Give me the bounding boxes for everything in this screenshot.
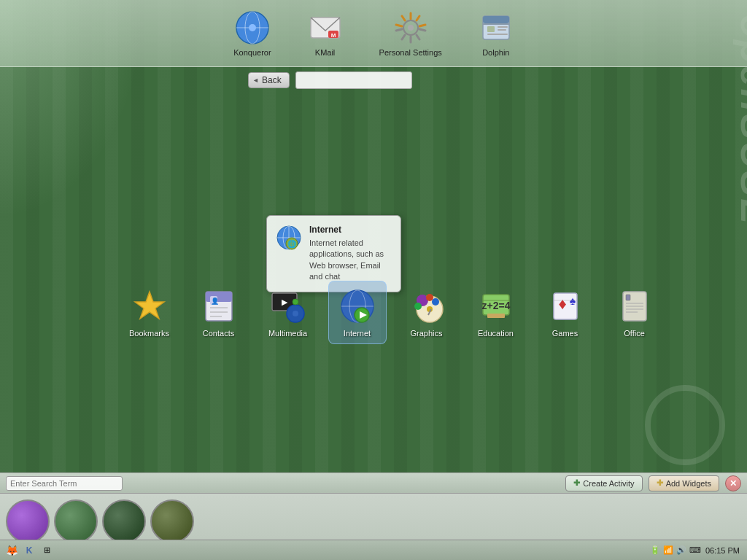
top-launcher-panel: KonquerorMKMailPersonal SettingsDolphin	[0, 0, 747, 67]
svg-rect-34	[206, 292, 232, 302]
app-item-games[interactable]: ♦♠Games	[536, 281, 595, 343]
tooltip-description: Internet related applications, such as W…	[309, 238, 392, 283]
launcher-app-icon-dolphin	[479, 10, 514, 45]
svg-point-54	[432, 298, 439, 306]
svg-point-11	[408, 25, 414, 31]
svg-text:M: M	[330, 32, 336, 39]
launcher-app-label-dolphin: Dolphin	[482, 48, 509, 57]
taskbar: 🦊 K ⊞ 🔋 📶 🔊 ⌨ 06:15 PM	[0, 540, 747, 560]
battery-icon: 🔋	[650, 545, 660, 555]
app-switcher-button[interactable]: ⊞	[38, 542, 55, 559]
app-label-games: Games	[552, 329, 578, 338]
app-switcher-icon: ⊞	[44, 545, 50, 555]
app-icon-multimedia: ▶	[269, 287, 307, 325]
back-button[interactable]: Back	[248, 72, 290, 88]
app-label-bookmarks: Bookmarks	[129, 329, 169, 338]
svg-text:👤: 👤	[210, 297, 219, 306]
app-label-education: Education	[478, 329, 514, 338]
svg-line-8	[417, 16, 419, 20]
activity-circle-new-activity-2	[150, 499, 194, 543]
app-label-internet: Internet	[344, 329, 371, 338]
create-activity-label: Create Activity	[583, 479, 634, 488]
desktop: openSUSE KonquerorMKMailPersonal Setting…	[0, 0, 747, 560]
create-activity-button[interactable]: ✚ Create Activity	[565, 475, 642, 491]
svg-text:♦: ♦	[558, 295, 566, 313]
launcher-app-label-personal-settings: Personal Settings	[379, 48, 442, 57]
svg-point-3	[249, 24, 256, 31]
launcher-app-icon-personal-settings	[393, 10, 428, 45]
svg-rect-24	[498, 29, 506, 31]
app-icon-contacts: 👤	[200, 287, 238, 325]
add-widgets-plus-icon: ✚	[657, 478, 663, 488]
close-panel-button[interactable]: ✕	[725, 475, 741, 491]
svg-rect-67	[626, 295, 630, 300]
svg-line-18	[396, 29, 402, 31]
app-label-contacts: Contacts	[203, 329, 234, 338]
svg-line-17	[419, 29, 425, 31]
app-item-graphics[interactable]: Graphics	[398, 281, 456, 343]
svg-line-12	[396, 25, 402, 26]
tooltip-title: Internet	[309, 225, 392, 235]
kde-icon: K	[26, 545, 33, 556]
network-icon: 📶	[663, 545, 673, 555]
launcher-app-icon-kmail: M	[308, 10, 343, 45]
svg-rect-20	[483, 16, 509, 23]
svg-text:♠: ♠	[569, 295, 576, 307]
system-tray: 🔋 📶 🔊 ⌨	[650, 545, 701, 555]
bottom-toolbar: ✚ Create Activity ✚ Add Widgets ✕	[0, 473, 747, 494]
app-label-multimedia: Multimedia	[268, 329, 307, 338]
svg-point-44	[293, 299, 298, 305]
svg-line-16	[402, 35, 405, 39]
svg-text:▶: ▶	[282, 298, 288, 306]
launcher-app-personal-settings[interactable]: Personal Settings	[376, 7, 446, 61]
firefox-icon: 🦊	[6, 545, 18, 556]
app-grid: Bookmarks👤Contacts▶MultimediaInternetGra…	[73, 281, 711, 344]
activity-circle-new-activity-1	[102, 499, 146, 543]
svg-rect-61	[487, 314, 505, 318]
launcher-app-dolphin[interactable]: Dolphin	[475, 7, 517, 61]
search-term-input[interactable]	[6, 476, 123, 491]
app-item-office[interactable]: Office	[605, 281, 664, 343]
add-widgets-button[interactable]: ✚ Add Widgets	[649, 475, 719, 491]
svg-line-13	[402, 16, 405, 20]
svg-marker-32	[135, 292, 164, 319]
svg-line-15	[417, 35, 419, 39]
kde-menu-button[interactable]: K	[20, 542, 38, 559]
firefox-button[interactable]: 🦊	[3, 542, 20, 559]
activity-circle-mail	[54, 499, 98, 543]
create-activity-plus-icon: ✚	[573, 478, 580, 488]
svg-line-9	[419, 25, 425, 26]
svg-rect-22	[487, 26, 495, 32]
app-item-multimedia[interactable]: ▶Multimedia	[259, 281, 317, 343]
app-item-bookmarks[interactable]: Bookmarks	[120, 281, 179, 343]
add-widgets-label: Add Widgets	[666, 479, 711, 488]
svg-point-53	[426, 294, 433, 301]
app-icon-graphics	[408, 287, 446, 325]
app-label-graphics: Graphics	[410, 329, 442, 338]
svg-text:🌐: 🌐	[287, 239, 297, 249]
app-icon-education: z+2=4	[477, 287, 515, 325]
app-icon-games: ♦♠	[546, 287, 584, 325]
svg-point-55	[414, 303, 422, 310]
app-item-education[interactable]: z+2=4Education	[467, 281, 525, 343]
app-item-contacts[interactable]: 👤Contacts	[190, 281, 248, 343]
internet-tooltip-icon: 🌐	[276, 225, 302, 251]
svg-rect-25	[487, 34, 508, 35]
app-label-office: Office	[624, 329, 645, 338]
keyboard-icon: ⌨	[689, 545, 701, 555]
app-icon-internet	[338, 287, 376, 325]
search-input[interactable]	[295, 71, 412, 89]
launcher-app-konqueror[interactable]: Konqueror	[230, 7, 274, 61]
svg-point-43	[293, 311, 298, 316]
app-icon-office	[616, 287, 654, 325]
activity-circle-default	[6, 499, 50, 543]
app-item-internet[interactable]: Internet	[328, 281, 387, 344]
launcher-app-label-konqueror: Konqueror	[233, 48, 271, 57]
launcher-app-kmail[interactable]: MKMail	[304, 7, 347, 61]
nav-bar: Back	[248, 71, 412, 89]
svg-text:z+2=4: z+2=4	[481, 300, 510, 311]
clock: 06:15 PM	[701, 546, 744, 555]
opensuse-gecko-watermark	[645, 385, 725, 465]
app-icon-bookmarks	[131, 287, 169, 325]
internet-tooltip-text: Internet Internet related applications, …	[309, 225, 392, 283]
